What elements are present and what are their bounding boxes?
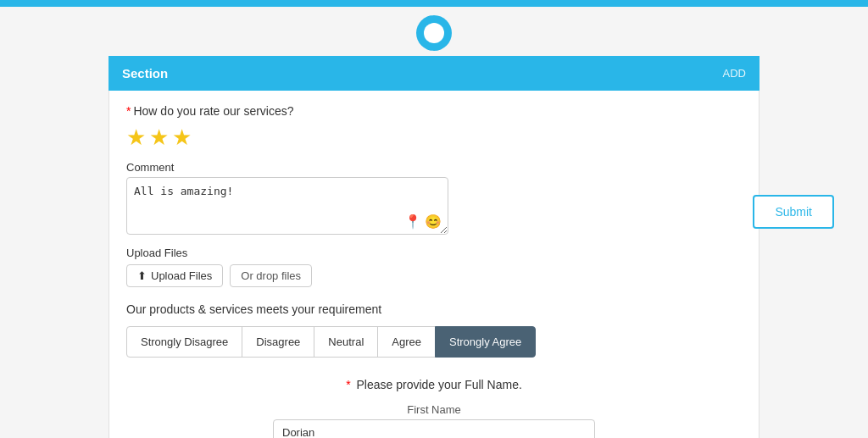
first-name-input[interactable] xyxy=(273,419,595,438)
comment-label: Comment xyxy=(126,161,742,174)
drop-label: Or drop files xyxy=(230,264,312,287)
pin-icon: 📍 xyxy=(404,213,421,230)
logo-icon xyxy=(416,15,452,51)
top-bar xyxy=(0,0,868,7)
star-1[interactable]: ★ xyxy=(126,125,146,151)
section-title: Section xyxy=(122,66,168,80)
option-strongly-agree[interactable]: Strongly Agree xyxy=(435,326,536,358)
textarea-icons: 📍 😊 xyxy=(404,213,442,230)
submit-btn-container: Submit xyxy=(753,195,834,229)
upload-arrow-icon: ⬆ xyxy=(137,269,147,282)
form-body: *How do you rate our services? ★ ★ ★ Com… xyxy=(108,91,760,438)
upload-button[interactable]: ⬆ Upload Files xyxy=(126,264,223,287)
main-container: Section ADD *How do you rate our service… xyxy=(95,56,773,438)
likert-row: Strongly Disagree Disagree Neutral Agree… xyxy=(126,326,742,358)
stars-row[interactable]: ★ ★ ★ xyxy=(126,125,742,151)
section-header: Section ADD xyxy=(108,56,760,91)
submit-button[interactable]: Submit xyxy=(753,195,834,229)
first-name-label: First Name xyxy=(407,403,461,416)
star-2[interactable]: ★ xyxy=(149,125,169,151)
required-star: * xyxy=(126,104,131,118)
textarea-wrapper: All is amazing! 📍 😊 xyxy=(126,177,448,235)
option-strongly-disagree[interactable]: Strongly Disagree xyxy=(126,326,242,358)
add-label[interactable]: ADD xyxy=(723,67,746,80)
required-star-2: * xyxy=(346,378,350,391)
rating-question: *How do you rate our services? xyxy=(126,104,742,118)
option-agree[interactable]: Agree xyxy=(377,326,436,358)
logo-area xyxy=(0,7,868,56)
upload-label: Upload Files xyxy=(126,247,742,259)
name-field-group: First Name * Last Name xyxy=(126,403,742,438)
smiley-icon: 😊 xyxy=(425,213,442,230)
products-question: Our products & services meets your requi… xyxy=(126,302,742,316)
option-neutral[interactable]: Neutral xyxy=(314,326,378,358)
comment-textarea[interactable]: All is amazing! xyxy=(126,177,448,235)
logo-inner xyxy=(424,23,444,43)
upload-row: ⬆ Upload Files Or drop files xyxy=(126,264,742,287)
upload-button-label: Upload Files xyxy=(151,269,212,282)
star-3[interactable]: ★ xyxy=(172,125,192,151)
option-disagree[interactable]: Disagree xyxy=(242,326,314,358)
full-name-question: * Please provide your Full Name. xyxy=(126,378,742,391)
